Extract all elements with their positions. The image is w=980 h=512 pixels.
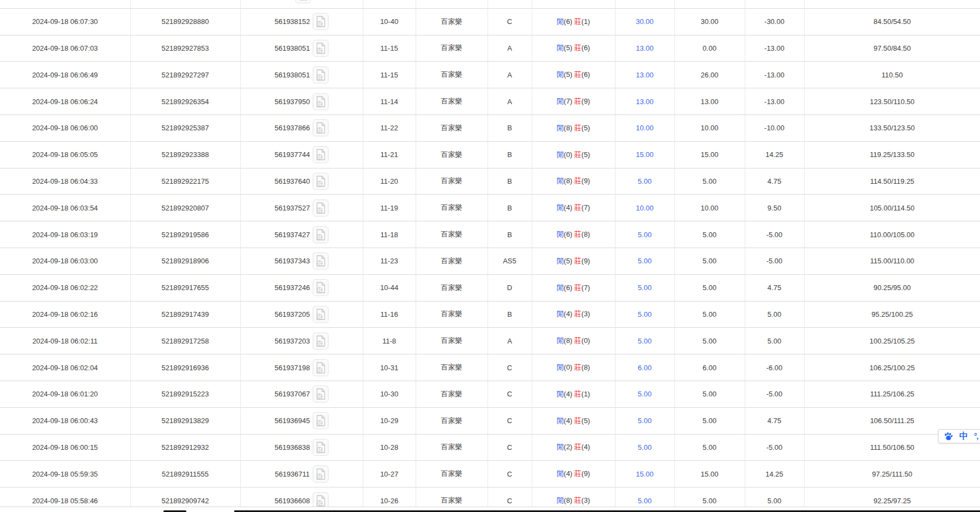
player-score: (8) <box>564 177 575 185</box>
video-file-icon <box>313 306 328 323</box>
cell-valid-bet: 0.00 <box>674 35 745 62</box>
cell-result: 閒(7) 莊(9) <box>532 88 615 115</box>
session-id-text: 561937067 <box>275 390 310 398</box>
cell-bet-amount: 13.00 <box>615 35 674 62</box>
cell-balance: 119.25/133.50 <box>804 141 980 168</box>
cell-seat: C <box>488 487 532 507</box>
cell-valid-bet: 5.00 <box>674 301 745 328</box>
bet-amount-link[interactable]: 15.00 <box>636 150 654 159</box>
session-id-text: 561936608 <box>275 497 310 505</box>
video-replay-button[interactable] <box>313 306 328 323</box>
video-file-icon <box>313 93 328 110</box>
cell-round-id: 521892909742 <box>130 487 240 507</box>
session-id-text: 561937866 <box>275 124 310 132</box>
ime-punctuation-button[interactable]: °, <box>974 432 978 440</box>
cell-table-no: 10-44 <box>363 274 416 301</box>
bet-amount-link[interactable]: 10.00 <box>636 124 654 132</box>
video-replay-button[interactable] <box>313 226 328 243</box>
bet-amount-link[interactable]: 5.00 <box>638 231 652 239</box>
video-replay-button[interactable] <box>313 439 328 456</box>
bet-amount-link[interactable]: 30.00 <box>636 17 654 26</box>
cell-seat: B <box>488 221 532 248</box>
session-id-text: 561938051 <box>275 71 310 79</box>
session-id-text: 561937343 <box>275 257 310 265</box>
cell-bet-time: 2024-09-18 06:06:49 <box>0 62 130 88</box>
bet-amount-link[interactable]: 5.00 <box>638 337 652 345</box>
cell-game-type: 百家樂 <box>416 221 488 248</box>
banker-label: 莊 <box>574 496 581 504</box>
cell-seat: B <box>488 115 532 141</box>
ime-language-mode-button[interactable]: 中 <box>959 432 968 441</box>
cell-bet-time: 2024-09-18 06:02:22 <box>0 274 130 301</box>
banker-label: 莊 <box>574 469 581 478</box>
bet-amount-link[interactable]: 13.00 <box>636 71 654 79</box>
bet-amount-link[interactable]: 5.00 <box>638 497 652 505</box>
cell-balance: 114.50/119.25 <box>804 168 980 195</box>
cell-valid-bet: 15.00 <box>674 141 745 168</box>
banker-score: (1) <box>581 17 590 26</box>
video-replay-button[interactable] <box>295 0 311 3</box>
video-replay-button[interactable] <box>313 412 328 429</box>
cell-seat <box>488 0 532 8</box>
cell-table-no: 10-27 <box>363 461 416 487</box>
video-replay-button[interactable] <box>313 173 328 190</box>
video-replay-button[interactable] <box>313 333 328 350</box>
banker-score: (9) <box>581 257 590 265</box>
baidu-ime-toolbar[interactable]: 中 °, <box>938 429 980 443</box>
cell-session-id: 561938051 <box>240 35 363 62</box>
bet-amount-link[interactable]: 6.00 <box>638 364 652 372</box>
banker-score: (5) <box>581 124 590 132</box>
bet-amount-link[interactable]: 5.00 <box>638 257 652 265</box>
cell-bet-amount: 13.00 <box>615 88 674 115</box>
session-id-text: 561937427 <box>275 231 310 239</box>
cell-profit: 14.25 <box>745 141 804 168</box>
bet-amount-link[interactable]: 5.00 <box>638 177 652 185</box>
cell-balance: 90.25/95.00 <box>804 274 980 301</box>
video-replay-button[interactable] <box>313 13 328 30</box>
cell-balance: 110.50 <box>804 62 980 88</box>
video-file-icon <box>313 279 328 296</box>
video-replay-button[interactable] <box>313 67 328 83</box>
video-replay-button[interactable] <box>313 40 328 57</box>
bet-amount-link[interactable]: 5.00 <box>638 417 652 425</box>
cell-bet-amount: 5.00 <box>615 381 674 407</box>
cell-valid-bet <box>674 0 745 8</box>
cell-game-type <box>416 0 488 8</box>
bet-amount-link[interactable]: 5.00 <box>638 443 652 451</box>
bet-amount-link[interactable]: 5.00 <box>638 310 652 318</box>
banker-label: 莊 <box>574 390 581 398</box>
video-replay-button[interactable] <box>313 200 328 216</box>
baidu-ime-logo-icon[interactable] <box>944 432 953 441</box>
player-score: (4) <box>564 417 575 425</box>
banker-score: (0) <box>581 336 590 345</box>
bet-amount-link[interactable]: 5.00 <box>638 284 652 292</box>
cell-balance: 95.25/100.25 <box>804 301 980 328</box>
player-score: (8) <box>564 496 575 504</box>
video-file-icon <box>313 439 328 456</box>
cell-seat: B <box>488 141 532 168</box>
video-replay-button[interactable] <box>313 279 328 296</box>
cell-valid-bet: 5.00 <box>674 274 745 301</box>
video-replay-button[interactable] <box>313 252 328 269</box>
cell-balance: 97.50/84.50 <box>804 35 980 62</box>
video-replay-button[interactable] <box>313 146 328 163</box>
video-replay-button[interactable] <box>313 466 328 483</box>
video-replay-button[interactable] <box>313 492 328 507</box>
bet-amount-link[interactable]: 13.00 <box>636 98 654 106</box>
bet-amount-link[interactable]: 5.00 <box>638 390 652 398</box>
video-replay-button[interactable] <box>313 93 328 110</box>
table-row: 2024-09-18 06:02:04521892916936561937198… <box>0 354 980 381</box>
cell-round-id: 521892917655 <box>130 274 240 301</box>
bet-amount-link[interactable]: 13.00 <box>636 44 654 52</box>
bet-amount-link[interactable]: 10.00 <box>636 204 654 212</box>
cell-game-type: 百家樂 <box>416 434 488 461</box>
video-file-icon <box>313 13 328 30</box>
table-row: 2024-09-18 06:05:05521892923388561937744… <box>0 141 980 168</box>
bet-amount-link[interactable]: 15.00 <box>636 470 654 478</box>
table-row: 2024-09-18 06:01:20521892915223561937067… <box>0 381 980 407</box>
cell-game-type: 百家樂 <box>416 461 488 487</box>
video-replay-button[interactable] <box>313 385 328 402</box>
video-replay-button[interactable] <box>313 359 328 376</box>
video-replay-button[interactable] <box>313 119 328 136</box>
cell-valid-bet: 30.00 <box>674 8 745 35</box>
